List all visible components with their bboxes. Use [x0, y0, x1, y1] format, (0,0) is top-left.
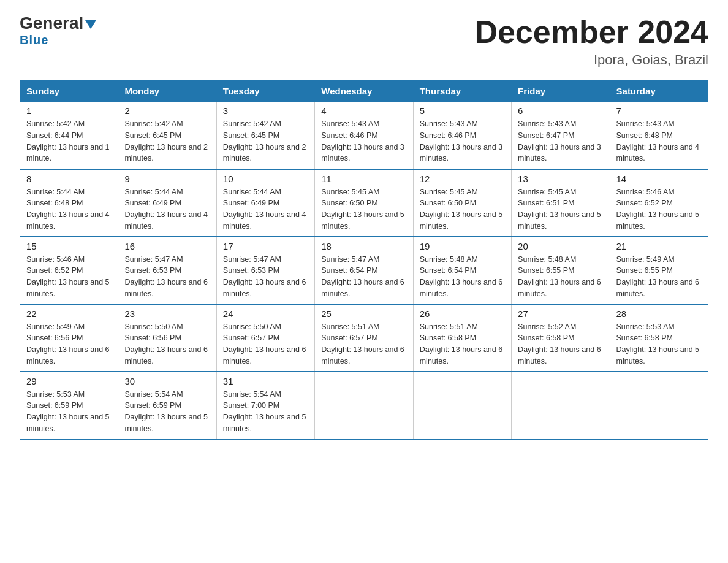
day-number: 16: [124, 241, 210, 251]
day-info: Sunrise: 5:46 AM Sunset: 6:52 PM Dayligh…: [26, 254, 112, 300]
daylight-label: Daylight: 13 hours and 5 minutes.: [124, 413, 208, 433]
sunrise-label: Sunrise: 5:43 AM: [321, 120, 379, 128]
logo: General Blue: [20, 15, 96, 47]
day-number: 19: [420, 241, 505, 251]
day-info: Sunrise: 5:53 AM Sunset: 6:58 PM Dayligh…: [616, 321, 702, 367]
sunset-label: Sunset: 6:58 PM: [420, 334, 476, 342]
sunset-label: Sunset: 6:53 PM: [124, 266, 181, 275]
sunset-label: Sunset: 6:45 PM: [124, 131, 181, 140]
day-number: 31: [223, 376, 308, 386]
daylight-label: Daylight: 13 hours and 5 minutes.: [518, 210, 601, 231]
sunrise-label: Sunrise: 5:49 AM: [616, 255, 675, 264]
daylight-label: Daylight: 13 hours and 6 minutes.: [26, 345, 110, 366]
logo-text: General: [20, 15, 96, 32]
day-cell-1-6: 14 Sunrise: 5:46 AM Sunset: 6:52 PM Dayl…: [610, 169, 708, 237]
title-block: December 2024 Ipora, Goias, Brazil: [474, 15, 708, 68]
calendar-body: 1 Sunrise: 5:42 AM Sunset: 6:44 PM Dayli…: [20, 102, 708, 439]
day-number: 3: [223, 105, 308, 116]
day-info: Sunrise: 5:52 AM Sunset: 6:58 PM Dayligh…: [518, 321, 603, 367]
sunrise-label: Sunrise: 5:42 AM: [26, 120, 85, 128]
sunset-label: Sunset: 6:50 PM: [420, 199, 476, 207]
week-row-5: 29 Sunrise: 5:53 AM Sunset: 6:59 PM Dayl…: [20, 372, 708, 439]
day-info: Sunrise: 5:51 AM Sunset: 6:58 PM Dayligh…: [420, 321, 505, 367]
sunrise-label: Sunrise: 5:52 AM: [518, 323, 576, 331]
day-number: 23: [124, 308, 210, 319]
day-number: 26: [420, 308, 505, 319]
day-info: Sunrise: 5:42 AM Sunset: 6:45 PM Dayligh…: [124, 118, 210, 164]
day-info: Sunrise: 5:44 AM Sunset: 6:49 PM Dayligh…: [124, 186, 210, 232]
day-cell-0-4: 5 Sunrise: 5:43 AM Sunset: 6:46 PM Dayli…: [413, 102, 511, 169]
day-cell-1-2: 10 Sunrise: 5:44 AM Sunset: 6:49 PM Dayl…: [216, 169, 314, 237]
daylight-label: Daylight: 13 hours and 1 minute.: [26, 143, 110, 163]
daylight-label: Daylight: 13 hours and 6 minutes.: [420, 345, 503, 366]
day-info: Sunrise: 5:43 AM Sunset: 6:47 PM Dayligh…: [518, 118, 603, 164]
day-cell-0-0: 1 Sunrise: 5:42 AM Sunset: 6:44 PM Dayli…: [20, 102, 118, 169]
day-number: 10: [223, 174, 308, 184]
day-info: Sunrise: 5:47 AM Sunset: 6:54 PM Dayligh…: [321, 254, 406, 300]
daylight-label: Daylight: 13 hours and 4 minutes.: [616, 143, 700, 163]
sunrise-label: Sunrise: 5:43 AM: [518, 120, 576, 128]
sunset-label: Sunset: 6:50 PM: [321, 199, 377, 207]
day-cell-3-0: 22 Sunrise: 5:49 AM Sunset: 6:56 PM Dayl…: [20, 304, 118, 372]
day-info: Sunrise: 5:49 AM Sunset: 6:56 PM Dayligh…: [26, 321, 112, 367]
calendar-title: December 2024: [474, 15, 708, 50]
day-cell-3-5: 27 Sunrise: 5:52 AM Sunset: 6:58 PM Dayl…: [512, 304, 610, 372]
day-number: 6: [518, 105, 603, 116]
day-cell-4-1: 30 Sunrise: 5:54 AM Sunset: 6:59 PM Dayl…: [118, 372, 216, 439]
day-cell-0-2: 3 Sunrise: 5:42 AM Sunset: 6:45 PM Dayli…: [216, 102, 314, 169]
day-cell-3-3: 25 Sunrise: 5:51 AM Sunset: 6:57 PM Dayl…: [315, 304, 413, 372]
calendar-header: Sunday Monday Tuesday Wednesday Thursday…: [20, 81, 708, 102]
day-number: 22: [26, 308, 112, 319]
daylight-label: Daylight: 13 hours and 6 minutes.: [223, 278, 306, 298]
day-cell-0-1: 2 Sunrise: 5:42 AM Sunset: 6:45 PM Dayli…: [118, 102, 216, 169]
sunrise-label: Sunrise: 5:54 AM: [223, 390, 281, 399]
day-number: 28: [616, 308, 702, 319]
day-number: 29: [26, 376, 112, 386]
calendar-subtitle: Ipora, Goias, Brazil: [474, 52, 708, 68]
day-cell-4-3: [315, 372, 413, 439]
day-info: Sunrise: 5:42 AM Sunset: 6:44 PM Dayligh…: [26, 118, 112, 164]
sunset-label: Sunset: 6:53 PM: [223, 266, 279, 275]
day-cell-2-3: 18 Sunrise: 5:47 AM Sunset: 6:54 PM Dayl…: [315, 237, 413, 304]
sunrise-label: Sunrise: 5:43 AM: [420, 120, 478, 128]
day-info: Sunrise: 5:45 AM Sunset: 6:50 PM Dayligh…: [420, 186, 505, 232]
sunrise-label: Sunrise: 5:42 AM: [124, 120, 183, 128]
sunset-label: Sunset: 6:49 PM: [223, 199, 279, 207]
day-number: 5: [420, 105, 505, 116]
day-info: Sunrise: 5:42 AM Sunset: 6:45 PM Dayligh…: [223, 118, 308, 164]
daylight-label: Daylight: 13 hours and 6 minutes.: [124, 345, 208, 366]
daylight-label: Daylight: 13 hours and 5 minutes.: [616, 345, 700, 366]
sunrise-label: Sunrise: 5:49 AM: [26, 323, 85, 331]
day-number: 18: [321, 241, 406, 251]
sunrise-label: Sunrise: 5:46 AM: [26, 255, 85, 264]
day-number: 21: [616, 241, 702, 251]
header-saturday: Saturday: [610, 81, 708, 102]
day-cell-4-2: 31 Sunrise: 5:54 AM Sunset: 7:00 PM Dayl…: [216, 372, 314, 439]
sunset-label: Sunset: 6:44 PM: [26, 131, 83, 140]
sunset-label: Sunset: 6:52 PM: [26, 266, 83, 275]
sunset-label: Sunset: 6:55 PM: [616, 266, 673, 275]
day-number: 30: [124, 376, 210, 386]
daylight-label: Daylight: 13 hours and 6 minutes.: [518, 278, 601, 298]
day-cell-4-0: 29 Sunrise: 5:53 AM Sunset: 6:59 PM Dayl…: [20, 372, 118, 439]
day-cell-4-4: [413, 372, 511, 439]
daylight-label: Daylight: 13 hours and 4 minutes.: [124, 210, 208, 231]
sunset-label: Sunset: 6:59 PM: [124, 401, 181, 410]
sunset-label: Sunset: 6:46 PM: [420, 131, 476, 140]
daylight-label: Daylight: 13 hours and 5 minutes.: [420, 210, 503, 231]
day-cell-3-6: 28 Sunrise: 5:53 AM Sunset: 6:58 PM Dayl…: [610, 304, 708, 372]
day-cell-2-2: 17 Sunrise: 5:47 AM Sunset: 6:53 PM Dayl…: [216, 237, 314, 304]
sunrise-label: Sunrise: 5:47 AM: [223, 255, 281, 264]
weekday-header-row: Sunday Monday Tuesday Wednesday Thursday…: [20, 81, 708, 102]
sunset-label: Sunset: 6:48 PM: [616, 131, 673, 140]
daylight-label: Daylight: 13 hours and 4 minutes.: [223, 210, 306, 231]
day-number: 24: [223, 308, 308, 319]
daylight-label: Daylight: 13 hours and 6 minutes.: [616, 278, 700, 298]
sunrise-label: Sunrise: 5:46 AM: [616, 188, 675, 196]
sunset-label: Sunset: 6:57 PM: [223, 334, 279, 342]
day-number: 1: [26, 105, 112, 116]
day-cell-2-4: 19 Sunrise: 5:48 AM Sunset: 6:54 PM Dayl…: [413, 237, 511, 304]
day-info: Sunrise: 5:50 AM Sunset: 6:57 PM Dayligh…: [223, 321, 308, 367]
page-header: General Blue December 2024 Ipora, Goias,…: [20, 15, 708, 68]
sunrise-label: Sunrise: 5:45 AM: [420, 188, 478, 196]
